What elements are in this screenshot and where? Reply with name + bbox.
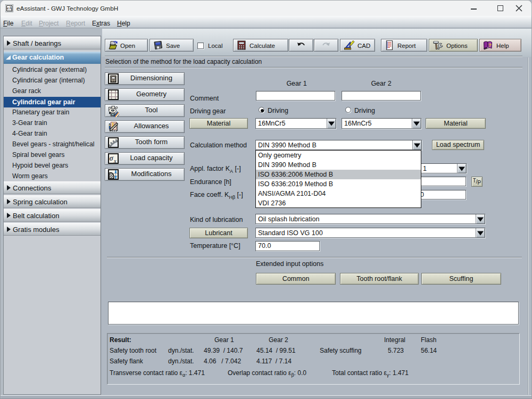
svg-text:σ: σ bbox=[110, 154, 114, 162]
svg-text:x: x bbox=[113, 159, 117, 164]
svg-text:?: ? bbox=[488, 42, 492, 48]
